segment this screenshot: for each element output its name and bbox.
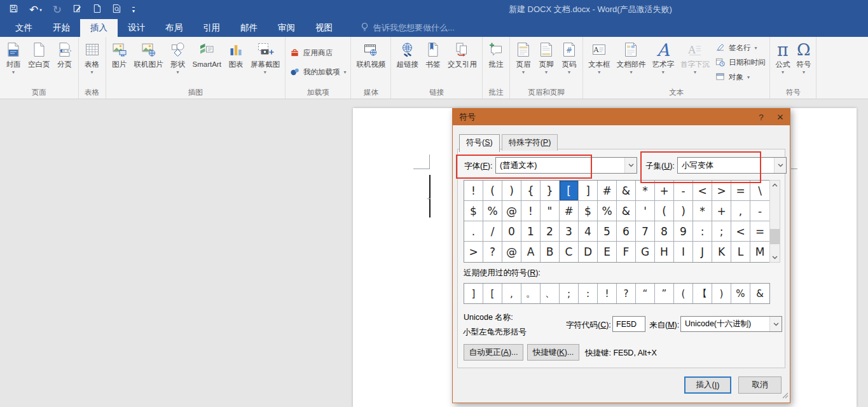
quick-parts-button[interactable]: 文档部件▾	[613, 38, 649, 88]
recent-symbol-cell[interactable]: ,	[502, 284, 521, 303]
drop-cap-button[interactable]: A首字下沉▾	[677, 38, 713, 88]
subset-combobox[interactable]: 小写变体	[677, 157, 787, 174]
tab-review[interactable]: 审阅	[268, 19, 305, 37]
symbol-cell[interactable]: 1	[521, 221, 541, 242]
symbol-cell[interactable]: +	[712, 201, 731, 221]
store-button[interactable]: 应用商店	[290, 48, 347, 59]
tab-design[interactable]: 设计	[118, 19, 155, 37]
symbol-cell[interactable]: A	[521, 242, 541, 262]
symbol-cell[interactable]: M	[750, 242, 769, 262]
symbol-cell[interactable]: I	[674, 242, 693, 262]
symbol-cell[interactable]: {	[521, 181, 541, 201]
date-time-button[interactable]: 日期和时间	[715, 57, 766, 68]
recent-symbol-cell[interactable]: !	[598, 284, 617, 303]
recent-symbol-cell[interactable]: )	[712, 284, 731, 303]
footer-button[interactable]: 页脚▾	[535, 38, 558, 88]
symbol-cell[interactable]: }	[541, 181, 560, 201]
symbol-cell[interactable]: 7	[636, 221, 655, 242]
dialog-close-button[interactable]: ✕	[771, 109, 790, 125]
symbol-cell[interactable]: &	[617, 201, 636, 221]
dialog-symbols-tab[interactable]: 符号(S)	[459, 134, 500, 152]
page-break-button[interactable]: 分页	[53, 38, 76, 88]
autocorrect-button[interactable]: 自动更正(A)...	[464, 344, 523, 361]
symbol-cell[interactable]: K	[712, 242, 731, 262]
character-code-input[interactable]: FE5D	[612, 316, 645, 332]
symbol-cell[interactable]: #	[560, 201, 579, 221]
symbol-cell[interactable]: <	[693, 181, 712, 201]
pictures-button[interactable]: 图片	[108, 38, 131, 88]
symbol-cell[interactable]: D	[579, 242, 598, 262]
recent-symbol-cell[interactable]: ;	[560, 284, 579, 303]
font-combobox[interactable]: (普通文本)	[495, 157, 637, 174]
online-video-button[interactable]: 联机视频	[353, 38, 389, 88]
symbol-cell[interactable]: 0	[502, 221, 521, 242]
symbol-cell[interactable]: =	[750, 221, 769, 242]
recent-symbol-cell[interactable]: ]	[464, 284, 483, 303]
symbol-cell[interactable]: @	[502, 201, 521, 221]
recent-symbol-cell[interactable]: “	[636, 284, 655, 303]
symbol-cell[interactable]: :	[693, 221, 712, 242]
undo-button[interactable]: ↶▾	[29, 4, 42, 15]
symbol-cell[interactable]: *	[693, 201, 712, 221]
text-box-button[interactable]: A文本框▾	[585, 38, 614, 88]
new-document-button[interactable]	[93, 4, 101, 15]
tab-references[interactable]: 引用	[193, 19, 230, 37]
scroll-down-icon[interactable]	[770, 253, 780, 262]
symbol-cell[interactable]: B	[541, 242, 560, 262]
symbol-cell[interactable]: -	[750, 201, 769, 221]
customize-qat-button[interactable]: ▾	[132, 4, 135, 15]
wordart-button[interactable]: A艺术字▾	[649, 38, 677, 88]
recent-symbol-cell[interactable]: 、	[541, 284, 560, 303]
equation-button[interactable]: π公式▾	[772, 38, 793, 88]
symbol-cell[interactable]: C	[560, 242, 579, 262]
symbol-cell[interactable]: 4	[579, 221, 598, 242]
cross-reference-button[interactable]: 交叉引用	[444, 38, 480, 88]
comment-button[interactable]: 批注	[485, 38, 507, 88]
symbol-cell[interactable]: )	[674, 201, 693, 221]
hyperlink-button[interactable]: 超链接	[393, 38, 422, 88]
header-button[interactable]: 页眉▾	[512, 38, 535, 88]
symbol-cell[interactable]: *	[636, 181, 655, 201]
bookmark-button[interactable]: 书签	[422, 38, 444, 88]
recent-symbol-cell[interactable]: ”	[655, 284, 674, 303]
symbol-cell[interactable]: >	[464, 242, 483, 262]
symbol-cell[interactable]: (	[483, 181, 502, 201]
symbol-cell[interactable]: H	[655, 242, 674, 262]
tab-layout[interactable]: 布局	[155, 19, 193, 37]
symbol-cell[interactable]: <	[731, 221, 750, 242]
chevron-down-icon[interactable]	[774, 158, 786, 173]
recent-symbol-cell[interactable]: 。	[521, 284, 541, 303]
symbol-cell[interactable]: $	[579, 201, 598, 221]
chart-button[interactable]: 图表	[224, 38, 247, 88]
from-combobox[interactable]: Unicode(十六进制)	[680, 316, 782, 332]
scrollbar-thumb[interactable]	[770, 229, 780, 244]
object-button[interactable]: 对象▾	[715, 72, 766, 83]
symbol-cell[interactable]: \	[750, 181, 769, 201]
symbol-cell[interactable]: (	[655, 201, 674, 221]
symbol-cell[interactable]: [	[560, 181, 579, 201]
recent-symbol-cell[interactable]: ?	[617, 284, 636, 303]
dialog-title-bar[interactable]: 符号 ? ✕	[453, 109, 790, 125]
smartart-button[interactable]: SmartArt	[189, 38, 224, 88]
symbol-cell[interactable]: 8	[655, 221, 674, 242]
symbol-cell[interactable]: ;	[712, 221, 731, 242]
chevron-down-icon[interactable]	[769, 317, 782, 331]
recent-symbol-cell[interactable]: 【	[693, 284, 712, 303]
edit-document-button[interactable]	[72, 4, 82, 15]
shortcut-key-button[interactable]: 快捷键(K)...	[527, 344, 579, 361]
signature-line-button[interactable]: 签名行▾	[715, 43, 766, 53]
symbol-cell[interactable]: J	[693, 242, 712, 262]
symbol-cell[interactable]: +	[655, 181, 674, 201]
tell-me-box[interactable]: 告诉我您想要做什么...	[343, 19, 455, 37]
symbol-cell[interactable]: !	[521, 201, 541, 221]
tab-file[interactable]: 文件	[5, 19, 43, 37]
blank-page-button[interactable]: 空白页	[25, 38, 53, 88]
symbol-cell[interactable]: >	[712, 181, 731, 201]
page-number-button[interactable]: #页码▾	[558, 38, 581, 88]
table-button[interactable]: 表格▾	[81, 38, 104, 88]
symbol-cell[interactable]: #	[598, 181, 617, 201]
resize-grip-icon[interactable]	[781, 390, 789, 401]
recent-symbol-cell[interactable]: %	[731, 284, 750, 303]
symbol-cell[interactable]: E	[598, 242, 617, 262]
symbol-cell[interactable]: 9	[674, 221, 693, 242]
